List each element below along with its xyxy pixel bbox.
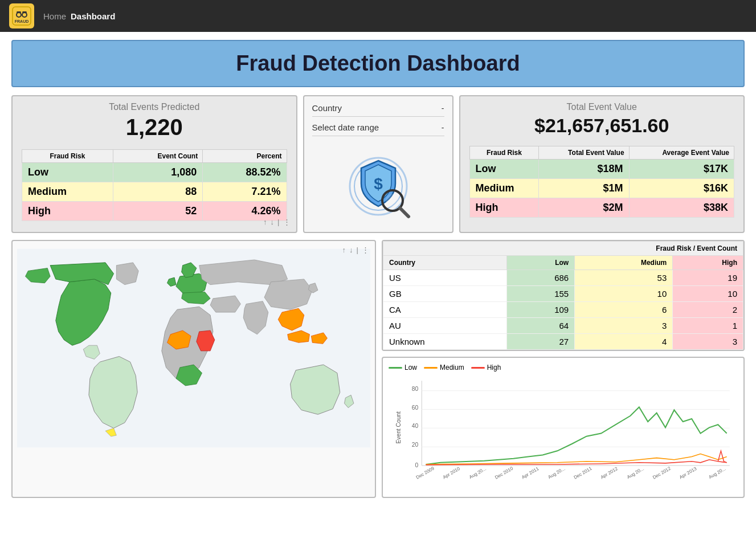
country-filter-row[interactable]: Country -	[312, 103, 444, 117]
shield-icon-area: $	[337, 142, 420, 225]
list-item: GB 155 10 10	[383, 286, 743, 302]
event-count: 88	[113, 182, 202, 202]
table-row: High 52 4.26%	[22, 202, 287, 221]
map-sort-up[interactable]: ↑	[342, 246, 346, 254]
map-sort-down[interactable]: ↓	[349, 246, 353, 254]
medium-count: 53	[575, 270, 673, 286]
total-value: $2M	[539, 198, 629, 218]
country-name: GB	[383, 286, 507, 302]
low-count: 155	[506, 286, 574, 302]
country-name: US	[383, 270, 507, 286]
nav-dashboard: Dashboard	[71, 11, 115, 21]
chart-legend: Low Medium High	[389, 364, 738, 372]
value-card-amount: $21,657,651.60	[469, 115, 735, 137]
right-bottom: Fraud Risk / Event Count Country Low Med…	[382, 240, 745, 498]
medium-count: 6	[575, 302, 673, 318]
country-filter-arrow: -	[442, 104, 444, 113]
line-chart: 0 20 40 60 80 Event Count	[389, 375, 738, 489]
events-card-title: Total Events Predicted	[22, 102, 287, 112]
menu-icon[interactable]: ⋮	[283, 218, 291, 226]
svg-text:Dec 2012: Dec 2012	[652, 466, 672, 480]
svg-text:Apr 2013: Apr 2013	[679, 466, 698, 480]
event-count: 52	[113, 202, 202, 221]
bottom-row: ↑ ↓ | ⋮	[11, 240, 745, 498]
risk-table-right: Fraud Risk Total Event Value Average Eve…	[469, 146, 735, 218]
value-card: Total Event Value $21,657,651.60 Fraud R…	[459, 95, 745, 233]
svg-text:Aug 20...: Aug 20...	[626, 466, 645, 480]
world-map	[17, 246, 370, 451]
svg-text:Dec 2010: Dec 2010	[494, 466, 514, 480]
legend-medium-label: Medium	[440, 364, 464, 372]
low-count: 64	[506, 318, 574, 334]
list-item: Unknown 27 4 3	[383, 334, 743, 350]
legend-low-line	[389, 367, 402, 369]
col-avg-value: Average Event Value	[629, 146, 734, 160]
col-country: Country	[383, 256, 507, 270]
svg-text:$: $	[374, 175, 383, 193]
sort-up-icon[interactable]: ↑	[263, 218, 267, 226]
svg-text:Event Count: Event Count	[395, 411, 402, 444]
svg-text:20: 20	[412, 442, 419, 448]
legend-high-label: High	[487, 364, 501, 372]
date-filter-arrow: -	[442, 123, 444, 132]
header-banner: Fraud Detection Dashboard	[11, 40, 745, 87]
risk-label: Low	[22, 163, 113, 182]
table-row: Medium 88 7.21%	[22, 182, 287, 202]
country-filter-label: Country	[312, 103, 342, 113]
country-name: AU	[383, 318, 507, 334]
svg-text:80: 80	[412, 386, 419, 392]
svg-point-11	[386, 194, 399, 207]
svg-rect-4	[22, 11, 27, 13]
app-logo: FRAUD	[9, 3, 34, 28]
map-controls: ↑ ↓ | ⋮	[342, 246, 369, 254]
svg-text:0: 0	[415, 462, 418, 468]
main-content: Fraud Detection Dashboard Total Events P…	[0, 32, 756, 506]
medium-count: 3	[575, 318, 673, 334]
top-row: Total Events Predicted 1,220 ↑ ↓ | ⋮ Fra…	[11, 95, 745, 233]
avg-value: $16K	[629, 179, 734, 198]
legend-low-label: Low	[404, 364, 417, 372]
map-menu[interactable]: ⋮	[362, 246, 369, 254]
svg-text:Apr 2011: Apr 2011	[521, 466, 540, 480]
svg-text:Apr 2012: Apr 2012	[600, 466, 619, 480]
low-count: 686	[506, 270, 574, 286]
col-medium: Medium	[575, 256, 673, 270]
map-card: ↑ ↓ | ⋮	[11, 240, 376, 498]
col-event-count[interactable]: Event Count	[113, 150, 202, 163]
medium-count: 4	[575, 334, 673, 350]
svg-text:Aug 20...: Aug 20...	[547, 466, 566, 480]
country-name: CA	[383, 302, 507, 318]
date-filter-label: Select date range	[312, 123, 379, 132]
events-card: Total Events Predicted 1,220 ↑ ↓ | ⋮ Fra…	[11, 95, 297, 233]
svg-text:Aug 20...: Aug 20...	[708, 466, 727, 480]
date-filter-row[interactable]: Select date range -	[312, 123, 444, 136]
nav-home[interactable]: Home	[43, 11, 66, 21]
filters-card: Country - Select date range - $	[303, 95, 453, 233]
page-title: Fraud Detection Dashboard	[23, 51, 733, 76]
avg-value: $38K	[629, 198, 734, 218]
legend-high-line	[471, 367, 485, 369]
country-risk-table: Fraud Risk / Event Count Country Low Med…	[383, 241, 743, 350]
list-item: US 686 53 19	[383, 270, 743, 286]
top-nav: FRAUD Home Dashboard	[0, 0, 756, 32]
legend-medium-line	[424, 367, 438, 369]
total-value: $1M	[539, 179, 629, 198]
svg-text:Dec 2011: Dec 2011	[573, 466, 593, 480]
high-count: 2	[673, 302, 743, 318]
risk-label: High	[22, 202, 113, 221]
risk-label: Medium	[22, 182, 113, 202]
svg-rect-3	[17, 11, 21, 13]
col-percent: Percent	[203, 150, 287, 163]
risk-label: High	[469, 198, 539, 218]
country-risk-title: Fraud Risk / Event Count	[383, 242, 743, 256]
total-value: $18M	[539, 160, 629, 179]
svg-text:Apr 2010: Apr 2010	[442, 466, 461, 480]
sort-down-icon[interactable]: ↓	[271, 218, 275, 226]
risk-table-left: Fraud Risk Event Count Percent Low 1,080…	[22, 149, 287, 221]
table-row: Low 1,080 88.52%	[22, 163, 287, 182]
col-low: Low	[506, 256, 574, 270]
svg-line-10	[400, 208, 408, 217]
percent: 88.52%	[203, 163, 287, 182]
svg-text:FRAUD: FRAUD	[15, 19, 29, 23]
high-count: 1	[673, 318, 743, 334]
